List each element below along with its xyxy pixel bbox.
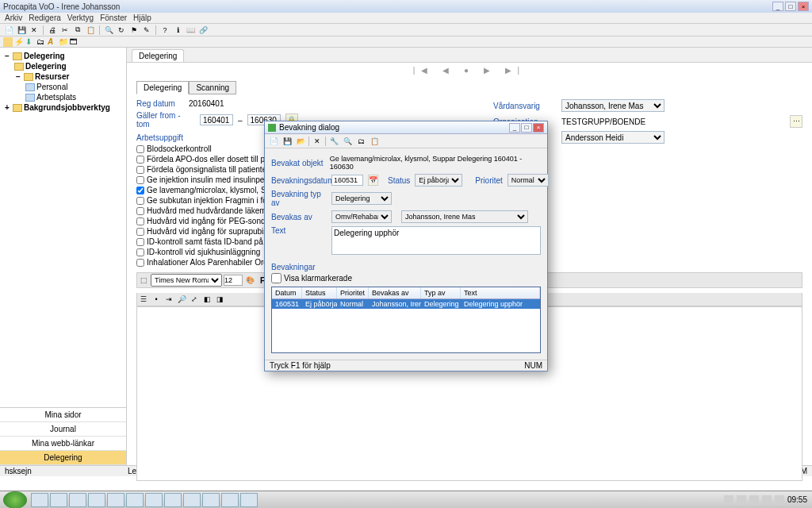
th-bevakasav[interactable]: Bevakas av xyxy=(369,287,421,298)
dialog-close-button[interactable]: × xyxy=(533,123,544,133)
subtab-scanning[interactable]: Scanning xyxy=(189,81,236,94)
main-tab[interactable]: Delegering xyxy=(132,49,184,62)
dialog-new-icon[interactable]: 📄 xyxy=(268,136,279,147)
task-item[interactable] xyxy=(164,493,182,507)
tool-e-icon[interactable]: A xyxy=(48,37,57,47)
dialog-tool-a-icon[interactable]: 🔧 xyxy=(328,136,339,147)
refresh-icon[interactable]: ↻ xyxy=(116,25,127,36)
maximize-button[interactable]: □ xyxy=(785,2,796,11)
save-icon[interactable]: 💾 xyxy=(16,25,27,36)
tree-item[interactable]: Arbetsplats xyxy=(3,92,123,102)
task-item[interactable] xyxy=(221,493,239,507)
new-icon[interactable]: 📄 xyxy=(3,25,14,36)
rte-tool-icon[interactable]: ◧ xyxy=(201,294,213,305)
tool-c-icon[interactable]: ⬇ xyxy=(25,37,35,47)
ql-journal[interactable]: Journal xyxy=(0,422,126,437)
th-text[interactable]: Text xyxy=(461,287,540,298)
task-item[interactable] xyxy=(240,493,258,507)
menu-redigera[interactable]: Redigera xyxy=(29,13,61,22)
th-typ[interactable]: Typ av xyxy=(421,287,461,298)
task-item[interactable] xyxy=(107,493,124,507)
dialog-tool-c-icon[interactable]: 📋 xyxy=(369,136,380,147)
menu-verktyg[interactable]: Verktyg xyxy=(67,13,94,22)
info-icon[interactable]: ℹ xyxy=(172,25,183,36)
rte-bullet-icon[interactable]: • xyxy=(151,294,162,305)
rte-expand-icon[interactable]: ⬚ xyxy=(138,275,149,286)
dialog-save-icon[interactable]: 💾 xyxy=(282,136,293,147)
task-item[interactable] xyxy=(69,493,86,507)
select-person[interactable]: Johansson, Irene Mas xyxy=(401,210,528,223)
input-bevdatum[interactable] xyxy=(331,175,363,186)
tree-root[interactable]: −Delegering xyxy=(3,51,123,61)
clock[interactable]: 09:55 xyxy=(787,495,807,504)
link-icon[interactable]: 🔗 xyxy=(197,25,209,36)
rte-zoom-icon[interactable]: ⤢ xyxy=(189,294,200,305)
task-item[interactable] xyxy=(88,493,105,507)
tool-b-icon[interactable]: ⚡ xyxy=(14,37,24,47)
tool-a-icon[interactable] xyxy=(3,37,13,47)
start-button[interactable] xyxy=(3,491,27,509)
task-item[interactable] xyxy=(126,493,144,507)
tree-item[interactable]: Personal xyxy=(3,82,123,92)
rte-color-icon[interactable]: 🎨 xyxy=(244,275,255,286)
dialog-titlebar[interactable]: Bevakning dialog _ □ × xyxy=(265,121,547,134)
select-prioritet[interactable]: Normal xyxy=(508,174,549,187)
menu-fonster[interactable]: Fönster xyxy=(100,13,127,22)
paste-icon[interactable]: 📋 xyxy=(85,25,96,36)
close-button[interactable]: × xyxy=(798,2,809,11)
th-status[interactable]: Status xyxy=(302,287,337,298)
dialog-search-icon[interactable]: 🔍 xyxy=(342,136,353,147)
rte-font-select[interactable]: Times New Roman xyxy=(151,274,222,287)
textarea-text[interactable]: Delegering upphör xyxy=(331,226,541,255)
select-bevakasav[interactable]: Omv/Rehabansvarig xyxy=(331,210,392,223)
task-item[interactable] xyxy=(202,493,220,507)
rte-tool2-icon[interactable]: ◨ xyxy=(214,294,225,305)
select-vardansvarig[interactable]: Johansson, Irene Mas xyxy=(561,99,665,112)
calendar-icon[interactable]: 📅 xyxy=(368,175,378,186)
tray-icon[interactable] xyxy=(749,495,759,505)
tree-item[interactable]: −Resurser xyxy=(3,71,123,82)
rte-size-input[interactable] xyxy=(224,275,243,286)
search-icon[interactable]: 🔍 xyxy=(103,25,114,36)
rte-list-icon[interactable]: ☰ xyxy=(138,294,149,305)
th-datum[interactable]: Datum xyxy=(272,287,302,298)
menu-arkiv[interactable]: Arkiv xyxy=(5,13,22,22)
task-item[interactable] xyxy=(50,493,67,507)
minimize-button[interactable]: _ xyxy=(772,2,783,11)
rte-indent-icon[interactable]: ⇥ xyxy=(163,294,174,305)
help-icon[interactable]: ? xyxy=(159,25,170,36)
dialog-tool-b-icon[interactable]: 🗂 xyxy=(355,136,366,147)
tree-item[interactable]: +Bakgrundsjobbverktyg xyxy=(3,102,123,113)
task-item[interactable] xyxy=(183,493,201,507)
print-icon[interactable]: 🖨 xyxy=(47,25,58,36)
copy-icon[interactable]: ⧉ xyxy=(72,25,83,36)
table-row[interactable]: 160531 Ej påbörjad Normal Johansson, Ire… xyxy=(272,299,540,309)
dialog-open-icon[interactable]: 📂 xyxy=(295,136,306,147)
tray-icon[interactable] xyxy=(737,495,746,505)
ql-webb[interactable]: Mina webb-länkar xyxy=(0,437,126,451)
subtab-delegering[interactable]: Delegering xyxy=(136,81,189,94)
select-utfors[interactable]: Andersson Heidi xyxy=(561,131,665,144)
select-bevtyp[interactable]: Delegering xyxy=(331,192,392,205)
rte-find-icon[interactable]: 🔎 xyxy=(176,294,187,305)
delete-icon[interactable]: ✕ xyxy=(29,25,40,36)
pager[interactable]: |◀ ◀ ● ▶ ▶| xyxy=(127,63,812,78)
th-prioritet[interactable]: Prioritet xyxy=(337,287,369,298)
dialog-maximize-button[interactable]: □ xyxy=(521,123,532,133)
org-picker-icon[interactable]: ⋯ xyxy=(790,115,802,128)
cut-icon[interactable]: ✂ xyxy=(59,25,71,36)
task-item[interactable] xyxy=(145,493,163,507)
ql-mina-sidor[interactable]: Mina sidor xyxy=(0,408,126,422)
tray-icon[interactable] xyxy=(775,495,784,505)
tool-g-icon[interactable]: 🗔 xyxy=(70,37,79,47)
tool-f-icon[interactable]: 📁 xyxy=(59,37,68,47)
menu-hjalp[interactable]: Hjälp xyxy=(133,13,151,22)
select-status[interactable]: Ej påbörjad xyxy=(415,174,462,187)
check-visa-klar[interactable]: Visa klarmarkerade xyxy=(271,273,541,283)
ql-delegering[interactable]: Delegering xyxy=(0,451,126,465)
tool-d-icon[interactable]: 🗂 xyxy=(36,37,46,47)
flag-icon[interactable]: ⚑ xyxy=(128,25,140,36)
tree-item[interactable]: Delegering xyxy=(3,61,123,71)
tray-icon[interactable] xyxy=(762,495,772,505)
task-item[interactable] xyxy=(31,493,48,507)
